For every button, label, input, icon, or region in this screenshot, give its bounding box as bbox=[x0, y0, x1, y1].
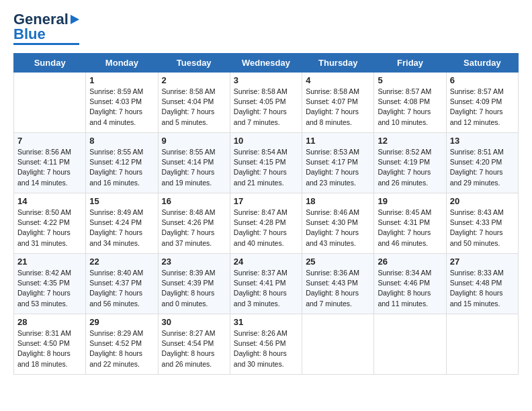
sunrise-label: Sunrise: 8:47 AM bbox=[234, 208, 287, 216]
day-number: 25 bbox=[306, 257, 370, 267]
calendar-cell: 22 Sunrise: 8:40 AM Sunset: 4:37 PM Dayl… bbox=[86, 254, 158, 314]
sunrise-label: Sunrise: 8:53 AM bbox=[306, 148, 359, 156]
day-number: 29 bbox=[89, 317, 154, 327]
sunrise-label: Sunrise: 8:57 AM bbox=[378, 87, 431, 95]
day-number: 2 bbox=[162, 75, 226, 85]
calendar-cell: 6 Sunrise: 8:57 AM Sunset: 4:09 PM Dayli… bbox=[446, 73, 518, 133]
weekday-header-friday: Friday bbox=[374, 54, 446, 73]
day-number: 9 bbox=[162, 136, 226, 146]
day-number: 8 bbox=[89, 136, 154, 146]
weekday-header-wednesday: Wednesday bbox=[230, 54, 302, 73]
weekday-header-tuesday: Tuesday bbox=[158, 54, 230, 73]
cell-content: Sunrise: 8:58 AM Sunset: 4:07 PM Dayligh… bbox=[306, 87, 370, 128]
cell-content: Sunrise: 8:58 AM Sunset: 4:04 PM Dayligh… bbox=[162, 87, 226, 128]
sunset-label: Sunset: 4:41 PM bbox=[234, 279, 286, 287]
day-number: 4 bbox=[306, 75, 370, 85]
daylight-label: Daylight: 8 hours and 18 minutes. bbox=[17, 349, 71, 367]
day-number: 11 bbox=[306, 136, 370, 146]
day-number: 26 bbox=[378, 257, 442, 267]
sunrise-label: Sunrise: 8:45 AM bbox=[378, 208, 431, 216]
day-number: 21 bbox=[17, 257, 82, 267]
sunset-label: Sunset: 4:19 PM bbox=[378, 158, 430, 166]
day-number: 12 bbox=[378, 136, 442, 146]
cell-content: Sunrise: 8:57 AM Sunset: 4:09 PM Dayligh… bbox=[450, 87, 515, 128]
calendar-cell: 29 Sunrise: 8:29 AM Sunset: 4:52 PM Dayl… bbox=[86, 314, 158, 375]
daylight-label: Daylight: 8 hours and 15 minutes. bbox=[450, 289, 503, 307]
sunset-label: Sunset: 4:33 PM bbox=[450, 218, 502, 226]
calendar-cell: 23 Sunrise: 8:39 AM Sunset: 4:39 PM Dayl… bbox=[158, 254, 230, 314]
cell-content: Sunrise: 8:47 AM Sunset: 4:28 PM Dayligh… bbox=[234, 208, 298, 248]
sunset-label: Sunset: 4:11 PM bbox=[17, 158, 70, 166]
calendar-cell: 27 Sunrise: 8:33 AM Sunset: 4:48 PM Dayl… bbox=[446, 254, 518, 314]
calendar-cell bbox=[374, 314, 446, 375]
weekday-header-row: SundayMondayTuesdayWednesdayThursdayFrid… bbox=[14, 54, 519, 73]
calendar-cell: 12 Sunrise: 8:52 AM Sunset: 4:19 PM Dayl… bbox=[374, 133, 446, 193]
sunrise-label: Sunrise: 8:40 AM bbox=[89, 269, 143, 277]
sunrise-label: Sunrise: 8:33 AM bbox=[450, 269, 504, 277]
page-header: General Blue bbox=[13, 11, 519, 45]
cell-content: Sunrise: 8:52 AM Sunset: 4:19 PM Dayligh… bbox=[378, 147, 442, 188]
sunrise-label: Sunrise: 8:55 AM bbox=[89, 148, 143, 156]
calendar-week-2: 7 Sunrise: 8:56 AM Sunset: 4:11 PM Dayli… bbox=[14, 133, 519, 193]
cell-content: Sunrise: 8:42 AM Sunset: 4:35 PM Dayligh… bbox=[17, 268, 82, 309]
cell-content: Sunrise: 8:48 AM Sunset: 4:26 PM Dayligh… bbox=[162, 208, 226, 248]
day-number: 6 bbox=[450, 75, 515, 85]
day-number: 16 bbox=[162, 196, 226, 206]
sunrise-label: Sunrise: 8:50 AM bbox=[17, 208, 71, 216]
sunrise-label: Sunrise: 8:58 AM bbox=[306, 87, 359, 95]
sunrise-label: Sunrise: 8:26 AM bbox=[234, 329, 287, 337]
sunrise-label: Sunrise: 8:57 AM bbox=[450, 87, 504, 95]
cell-content: Sunrise: 8:51 AM Sunset: 4:20 PM Dayligh… bbox=[450, 147, 515, 188]
cell-content: Sunrise: 8:45 AM Sunset: 4:31 PM Dayligh… bbox=[378, 208, 442, 248]
logo-blue: Blue bbox=[13, 27, 46, 42]
sunrise-label: Sunrise: 8:42 AM bbox=[17, 269, 71, 277]
sunrise-label: Sunrise: 8:52 AM bbox=[378, 148, 431, 156]
calendar-cell: 11 Sunrise: 8:53 AM Sunset: 4:17 PM Dayl… bbox=[302, 133, 374, 193]
calendar-cell bbox=[446, 314, 518, 375]
calendar-cell: 16 Sunrise: 8:48 AM Sunset: 4:26 PM Dayl… bbox=[158, 193, 230, 254]
cell-content: Sunrise: 8:46 AM Sunset: 4:30 PM Dayligh… bbox=[306, 208, 370, 248]
calendar-cell: 2 Sunrise: 8:58 AM Sunset: 4:04 PM Dayli… bbox=[158, 73, 230, 133]
weekday-header-saturday: Saturday bbox=[446, 54, 518, 73]
daylight-label: Daylight: 7 hours and 40 minutes. bbox=[234, 228, 287, 246]
sunset-label: Sunset: 4:31 PM bbox=[378, 218, 430, 226]
calendar-cell: 28 Sunrise: 8:31 AM Sunset: 4:50 PM Dayl… bbox=[14, 314, 86, 375]
sunset-label: Sunset: 4:28 PM bbox=[234, 218, 286, 226]
cell-content: Sunrise: 8:34 AM Sunset: 4:46 PM Dayligh… bbox=[378, 268, 442, 309]
calendar-cell: 4 Sunrise: 8:58 AM Sunset: 4:07 PM Dayli… bbox=[302, 73, 374, 133]
day-number: 27 bbox=[450, 257, 515, 267]
sunset-label: Sunset: 4:50 PM bbox=[17, 339, 70, 347]
sunrise-label: Sunrise: 8:46 AM bbox=[306, 208, 359, 216]
cell-content: Sunrise: 8:36 AM Sunset: 4:43 PM Dayligh… bbox=[306, 268, 370, 309]
daylight-label: Daylight: 8 hours and 0 minutes. bbox=[162, 289, 215, 307]
sunset-label: Sunset: 4:26 PM bbox=[162, 218, 214, 226]
sunset-label: Sunset: 4:35 PM bbox=[17, 279, 70, 287]
sunrise-label: Sunrise: 8:37 AM bbox=[234, 269, 287, 277]
calendar-cell: 10 Sunrise: 8:54 AM Sunset: 4:15 PM Dayl… bbox=[230, 133, 302, 193]
day-number: 10 bbox=[234, 136, 298, 146]
calendar-week-5: 28 Sunrise: 8:31 AM Sunset: 4:50 PM Dayl… bbox=[14, 314, 519, 375]
sunrise-label: Sunrise: 8:39 AM bbox=[162, 269, 216, 277]
sunrise-label: Sunrise: 8:54 AM bbox=[234, 148, 287, 156]
sunset-label: Sunset: 4:09 PM bbox=[450, 97, 502, 105]
sunset-label: Sunset: 4:56 PM bbox=[234, 339, 286, 347]
daylight-label: Daylight: 7 hours and 10 minutes. bbox=[378, 107, 431, 126]
cell-content: Sunrise: 8:53 AM Sunset: 4:17 PM Dayligh… bbox=[306, 147, 370, 188]
daylight-label: Daylight: 7 hours and 8 minutes. bbox=[306, 107, 359, 126]
calendar-table: SundayMondayTuesdayWednesdayThursdayFrid… bbox=[13, 53, 519, 375]
day-number: 19 bbox=[378, 196, 442, 206]
logo-underline bbox=[13, 43, 79, 45]
daylight-label: Daylight: 7 hours and 19 minutes. bbox=[162, 168, 215, 186]
sunset-label: Sunset: 4:30 PM bbox=[306, 218, 358, 226]
daylight-label: Daylight: 7 hours and 7 minutes. bbox=[234, 107, 287, 126]
daylight-label: Daylight: 8 hours and 7 minutes. bbox=[306, 289, 359, 307]
calendar-cell: 31 Sunrise: 8:26 AM Sunset: 4:56 PM Dayl… bbox=[230, 314, 302, 375]
calendar-week-3: 14 Sunrise: 8:50 AM Sunset: 4:22 PM Dayl… bbox=[14, 193, 519, 254]
sunrise-label: Sunrise: 8:55 AM bbox=[162, 148, 216, 156]
sunset-label: Sunset: 4:03 PM bbox=[89, 97, 142, 105]
cell-content: Sunrise: 8:56 AM Sunset: 4:11 PM Dayligh… bbox=[17, 147, 82, 188]
sunrise-label: Sunrise: 8:58 AM bbox=[234, 87, 287, 95]
daylight-label: Daylight: 7 hours and 37 minutes. bbox=[162, 228, 215, 246]
cell-content: Sunrise: 8:55 AM Sunset: 4:12 PM Dayligh… bbox=[89, 147, 154, 188]
cell-content: Sunrise: 8:50 AM Sunset: 4:22 PM Dayligh… bbox=[17, 208, 82, 248]
